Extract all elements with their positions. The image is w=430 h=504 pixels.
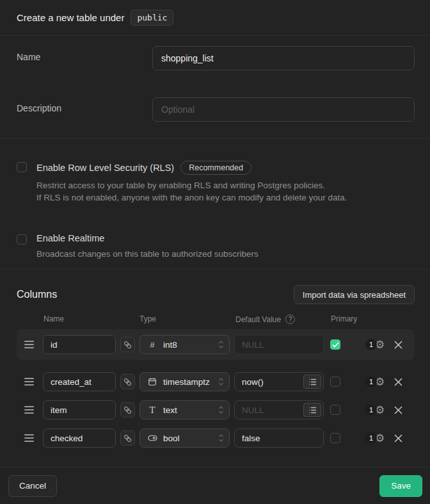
header-name: Name <box>44 314 139 324</box>
column-settings-button[interactable]: 1 ⚙ <box>365 376 385 387</box>
hash-icon: # <box>147 340 157 350</box>
settings-count-badge: 1 <box>365 432 377 444</box>
default-value-picker-button[interactable] <box>303 375 321 389</box>
primary-checkbox[interactable] <box>330 405 340 415</box>
columns-section: Columns Import data via spreadsheet Name… <box>0 270 430 467</box>
list-icon <box>308 407 317 414</box>
realtime-toggle-row: Enable Realtime Broadcast changes on thi… <box>17 233 415 260</box>
list-icon <box>308 378 317 386</box>
boolean-icon <box>147 435 157 441</box>
column-settings-button[interactable]: 1 ⚙ <box>365 404 385 416</box>
save-button[interactable]: Save <box>379 475 422 497</box>
column-row-created-at: timestamptz 1 ⚙ <box>17 368 415 396</box>
foreign-key-link-icon[interactable] <box>120 430 135 446</box>
drag-handle-icon[interactable] <box>24 434 37 442</box>
recommended-badge: Recommended <box>180 161 251 175</box>
panel-title: Create a new table under <box>17 12 124 23</box>
remove-column-button[interactable] <box>393 377 403 387</box>
import-spreadsheet-button[interactable]: Import data via spreadsheet <box>294 285 415 304</box>
name-label: Name <box>17 46 152 70</box>
column-row-item: T text 1 ⚙ <box>17 396 415 424</box>
default-value-input[interactable] <box>234 335 324 354</box>
realtime-label: Enable Realtime <box>36 233 104 243</box>
table-description-input[interactable] <box>152 97 415 122</box>
foreign-key-link-icon[interactable] <box>120 402 135 418</box>
realtime-checkbox[interactable] <box>17 234 27 245</box>
settings-count-badge: 1 <box>365 339 377 350</box>
primary-checkbox[interactable] <box>330 377 340 387</box>
column-type-select[interactable]: bool <box>139 428 230 448</box>
column-type-select[interactable]: timestamptz <box>139 372 230 391</box>
select-chevrons-icon <box>218 405 224 414</box>
create-table-panel: Create a new table under public Name Des… <box>0 0 430 504</box>
header-default-value: Default Value <box>235 315 281 324</box>
close-icon <box>394 406 402 414</box>
close-icon <box>394 378 402 386</box>
default-value-picker-button[interactable] <box>303 403 321 417</box>
rls-checkbox[interactable] <box>17 162 27 172</box>
checkmark-icon <box>332 342 339 348</box>
column-name-input[interactable] <box>43 400 116 419</box>
panel-footer: Cancel Save <box>0 467 430 504</box>
column-row-id: # int8 1 ⚙ <box>17 329 415 360</box>
column-settings-button[interactable]: 1 ⚙ <box>365 339 385 350</box>
drag-handle-icon[interactable] <box>24 378 37 386</box>
primary-checkbox[interactable] <box>330 339 340 350</box>
rls-toggle-row: Enable Row Level Security (RLS) Recommen… <box>17 161 415 204</box>
rls-description: Restrict access to your table by enablin… <box>36 179 347 204</box>
header-type: Type <box>139 314 235 324</box>
settings-count-badge: 1 <box>365 404 377 416</box>
rls-label: Enable Row Level Security (RLS) <box>36 163 174 173</box>
columns-rows: # int8 1 ⚙ <box>17 329 415 452</box>
close-icon <box>394 341 402 349</box>
select-chevrons-icon <box>218 377 224 386</box>
column-name-input[interactable] <box>43 372 116 391</box>
realtime-description: Broadcast changes on this table to autho… <box>36 248 259 260</box>
column-name-input[interactable] <box>43 428 116 448</box>
columns-title: Columns <box>17 289 57 300</box>
toggles-section: Enable Row Level Security (RLS) Recommen… <box>0 139 430 270</box>
header-primary: Primary <box>331 314 357 324</box>
drag-handle-icon[interactable] <box>24 406 37 414</box>
column-type-select[interactable]: # int8 <box>139 335 230 354</box>
panel-header: Create a new table under public <box>0 0 430 36</box>
description-label: Description <box>17 97 152 122</box>
foreign-key-link-icon[interactable] <box>120 374 135 389</box>
close-icon <box>394 434 402 443</box>
settings-count-badge: 1 <box>365 376 377 387</box>
basic-info-section: Name Description <box>0 36 430 139</box>
primary-checkbox[interactable] <box>330 433 340 443</box>
default-value-input[interactable] <box>234 428 324 448</box>
drag-handle-icon[interactable] <box>24 341 37 348</box>
foreign-key-link-icon[interactable] <box>120 337 135 352</box>
calendar-icon <box>147 377 157 386</box>
remove-column-button[interactable] <box>393 433 403 443</box>
table-name-input[interactable] <box>152 46 415 70</box>
schema-chip: public <box>131 10 173 26</box>
select-chevrons-icon <box>218 340 224 349</box>
cancel-button[interactable]: Cancel <box>8 475 57 497</box>
column-type-select[interactable]: T text <box>139 400 230 419</box>
help-icon[interactable]: ? <box>285 314 295 324</box>
column-settings-button[interactable]: 1 ⚙ <box>365 432 385 444</box>
column-name-input[interactable] <box>43 335 116 354</box>
text-icon: T <box>147 405 157 415</box>
remove-column-button[interactable] <box>393 339 403 350</box>
column-row-checked: bool 1 ⚙ <box>17 424 415 452</box>
select-chevrons-icon <box>218 434 224 443</box>
columns-table-headers: Name Type Default Value ? Primary <box>44 314 415 324</box>
remove-column-button[interactable] <box>393 405 403 415</box>
